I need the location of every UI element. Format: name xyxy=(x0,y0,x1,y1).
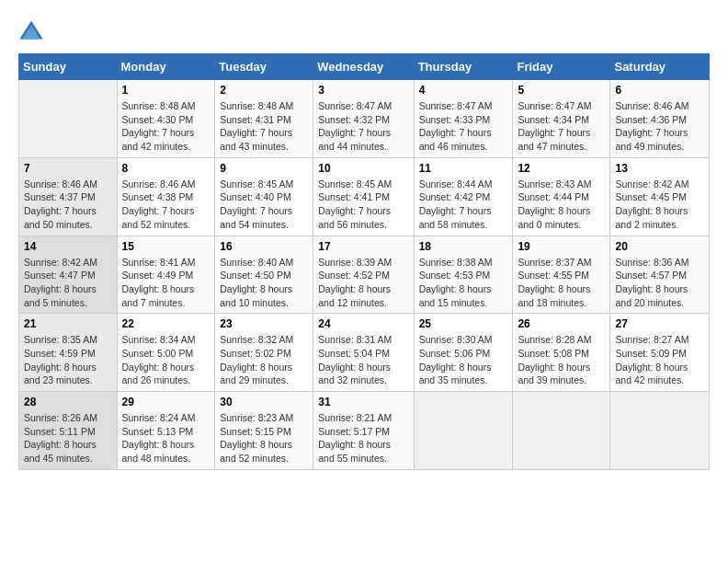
day-info: Sunrise: 8:43 AMSunset: 4:44 PMDaylight:… xyxy=(518,178,605,232)
day-number: 3 xyxy=(318,84,408,97)
day-number: 10 xyxy=(318,162,408,175)
day-number: 9 xyxy=(220,162,308,175)
day-info: Sunrise: 8:21 AMSunset: 5:17 PMDaylight:… xyxy=(318,411,408,465)
calendar-cell: 29Sunrise: 8:24 AMSunset: 5:13 PMDayligh… xyxy=(117,392,215,470)
week-row-1: 1Sunrise: 8:48 AMSunset: 4:30 PMDaylight… xyxy=(19,80,710,158)
day-number: 8 xyxy=(122,162,210,175)
day-number: 17 xyxy=(318,240,408,253)
calendar-cell: 15Sunrise: 8:41 AMSunset: 4:49 PMDayligh… xyxy=(117,236,215,314)
calendar-cell: 12Sunrise: 8:43 AMSunset: 4:44 PMDayligh… xyxy=(513,157,610,236)
calendar-cell: 16Sunrise: 8:40 AMSunset: 4:50 PMDayligh… xyxy=(215,236,313,314)
day-info: Sunrise: 8:42 AMSunset: 4:45 PMDaylight:… xyxy=(615,178,704,232)
calendar-cell: 10Sunrise: 8:45 AMSunset: 4:41 PMDayligh… xyxy=(313,157,414,236)
calendar-cell: 11Sunrise: 8:44 AMSunset: 4:42 PMDayligh… xyxy=(414,157,513,236)
day-info: Sunrise: 8:45 AMSunset: 4:40 PMDaylight:… xyxy=(220,178,308,232)
day-number: 15 xyxy=(122,240,210,253)
calendar-cell: 23Sunrise: 8:32 AMSunset: 5:02 PMDayligh… xyxy=(215,314,313,392)
logo xyxy=(18,18,48,44)
weekday-saturday: Saturday xyxy=(610,54,710,80)
calendar-cell: 26Sunrise: 8:28 AMSunset: 5:08 PMDayligh… xyxy=(513,314,610,392)
day-number: 28 xyxy=(24,396,112,408)
calendar-cell xyxy=(513,392,610,470)
day-number: 14 xyxy=(24,240,112,253)
day-number: 7 xyxy=(24,162,112,175)
day-number: 18 xyxy=(419,240,508,253)
day-info: Sunrise: 8:42 AMSunset: 4:47 PMDaylight:… xyxy=(24,256,112,310)
day-number: 23 xyxy=(220,317,308,330)
day-number: 30 xyxy=(220,396,308,408)
day-info: Sunrise: 8:48 AMSunset: 4:31 PMDaylight:… xyxy=(220,99,308,154)
day-info: Sunrise: 8:46 AMSunset: 4:37 PMDaylight:… xyxy=(24,178,112,232)
calendar-cell: 14Sunrise: 8:42 AMSunset: 4:47 PMDayligh… xyxy=(19,236,118,314)
weekday-row: SundayMondayTuesdayWednesdayThursdayFrid… xyxy=(19,54,710,80)
day-info: Sunrise: 8:31 AMSunset: 5:04 PMDaylight:… xyxy=(318,333,408,387)
calendar-cell: 2Sunrise: 8:48 AMSunset: 4:31 PMDaylight… xyxy=(215,80,313,158)
day-info: Sunrise: 8:47 AMSunset: 4:33 PMDaylight:… xyxy=(419,99,508,154)
day-number: 4 xyxy=(419,84,508,97)
day-info: Sunrise: 8:32 AMSunset: 5:02 PMDaylight:… xyxy=(220,333,308,387)
calendar-cell: 19Sunrise: 8:37 AMSunset: 4:55 PMDayligh… xyxy=(513,236,610,314)
day-info: Sunrise: 8:30 AMSunset: 5:06 PMDaylight:… xyxy=(419,333,508,387)
calendar-cell: 22Sunrise: 8:34 AMSunset: 5:00 PMDayligh… xyxy=(117,314,215,392)
week-row-3: 14Sunrise: 8:42 AMSunset: 4:47 PMDayligh… xyxy=(19,236,710,314)
day-info: Sunrise: 8:47 AMSunset: 4:32 PMDaylight:… xyxy=(318,99,408,154)
calendar-cell: 6Sunrise: 8:46 AMSunset: 4:36 PMDaylight… xyxy=(610,80,710,158)
calendar-cell: 4Sunrise: 8:47 AMSunset: 4:33 PMDaylight… xyxy=(414,80,513,158)
day-number: 31 xyxy=(318,396,408,408)
weekday-sunday: Sunday xyxy=(19,54,118,80)
day-info: Sunrise: 8:24 AMSunset: 5:13 PMDaylight:… xyxy=(122,411,210,465)
calendar-cell xyxy=(414,392,513,470)
calendar-cell: 20Sunrise: 8:36 AMSunset: 4:57 PMDayligh… xyxy=(610,236,710,314)
day-number: 29 xyxy=(122,396,210,408)
day-number: 13 xyxy=(615,162,704,175)
day-info: Sunrise: 8:37 AMSunset: 4:55 PMDaylight:… xyxy=(518,256,605,310)
calendar-cell: 25Sunrise: 8:30 AMSunset: 5:06 PMDayligh… xyxy=(414,314,513,392)
day-number: 11 xyxy=(419,162,508,175)
day-number: 26 xyxy=(518,317,605,330)
day-info: Sunrise: 8:39 AMSunset: 4:52 PMDaylight:… xyxy=(318,256,408,310)
day-info: Sunrise: 8:45 AMSunset: 4:41 PMDaylight:… xyxy=(318,178,408,232)
day-number: 24 xyxy=(318,317,408,330)
day-number: 19 xyxy=(518,240,605,253)
calendar-cell: 13Sunrise: 8:42 AMSunset: 4:45 PMDayligh… xyxy=(610,157,710,236)
calendar-cell: 5Sunrise: 8:47 AMSunset: 4:34 PMDaylight… xyxy=(513,80,610,158)
day-info: Sunrise: 8:26 AMSunset: 5:11 PMDaylight:… xyxy=(24,411,112,465)
weekday-monday: Monday xyxy=(117,54,215,80)
calendar-cell: 9Sunrise: 8:45 AMSunset: 4:40 PMDaylight… xyxy=(215,157,313,236)
logo-icon xyxy=(18,18,44,44)
calendar-cell: 1Sunrise: 8:48 AMSunset: 4:30 PMDaylight… xyxy=(117,80,215,158)
calendar-cell: 31Sunrise: 8:21 AMSunset: 5:17 PMDayligh… xyxy=(313,392,414,470)
day-info: Sunrise: 8:47 AMSunset: 4:34 PMDaylight:… xyxy=(518,99,605,154)
calendar-cell: 17Sunrise: 8:39 AMSunset: 4:52 PMDayligh… xyxy=(313,236,414,314)
calendar-header: SundayMondayTuesdayWednesdayThursdayFrid… xyxy=(19,54,710,80)
day-info: Sunrise: 8:46 AMSunset: 4:38 PMDaylight:… xyxy=(122,178,210,232)
weekday-tuesday: Tuesday xyxy=(215,54,313,80)
page-header xyxy=(18,18,710,44)
day-number: 2 xyxy=(220,84,308,97)
day-info: Sunrise: 8:40 AMSunset: 4:50 PMDaylight:… xyxy=(220,256,308,310)
weekday-thursday: Thursday xyxy=(414,54,513,80)
day-info: Sunrise: 8:27 AMSunset: 5:09 PMDaylight:… xyxy=(615,333,704,387)
day-info: Sunrise: 8:34 AMSunset: 5:00 PMDaylight:… xyxy=(122,333,210,387)
day-number: 27 xyxy=(615,317,704,330)
calendar-body: 1Sunrise: 8:48 AMSunset: 4:30 PMDaylight… xyxy=(19,80,710,470)
calendar-cell: 7Sunrise: 8:46 AMSunset: 4:37 PMDaylight… xyxy=(19,157,118,236)
day-info: Sunrise: 8:46 AMSunset: 4:36 PMDaylight:… xyxy=(615,99,704,154)
calendar-cell: 3Sunrise: 8:47 AMSunset: 4:32 PMDaylight… xyxy=(313,80,414,158)
calendar-cell: 28Sunrise: 8:26 AMSunset: 5:11 PMDayligh… xyxy=(19,392,118,470)
day-info: Sunrise: 8:44 AMSunset: 4:42 PMDaylight:… xyxy=(419,178,508,232)
day-info: Sunrise: 8:36 AMSunset: 4:57 PMDaylight:… xyxy=(615,256,704,310)
day-number: 16 xyxy=(220,240,308,253)
calendar-cell xyxy=(610,392,710,470)
week-row-5: 28Sunrise: 8:26 AMSunset: 5:11 PMDayligh… xyxy=(19,392,710,470)
day-number: 1 xyxy=(122,84,210,97)
day-number: 20 xyxy=(615,240,704,253)
calendar-cell: 18Sunrise: 8:38 AMSunset: 4:53 PMDayligh… xyxy=(414,236,513,314)
day-number: 25 xyxy=(419,317,508,330)
weekday-friday: Friday xyxy=(513,54,610,80)
day-info: Sunrise: 8:48 AMSunset: 4:30 PMDaylight:… xyxy=(122,99,210,154)
day-info: Sunrise: 8:28 AMSunset: 5:08 PMDaylight:… xyxy=(518,333,605,387)
day-number: 22 xyxy=(122,317,210,330)
day-info: Sunrise: 8:35 AMSunset: 4:59 PMDaylight:… xyxy=(24,333,112,387)
day-info: Sunrise: 8:38 AMSunset: 4:53 PMDaylight:… xyxy=(419,256,508,310)
